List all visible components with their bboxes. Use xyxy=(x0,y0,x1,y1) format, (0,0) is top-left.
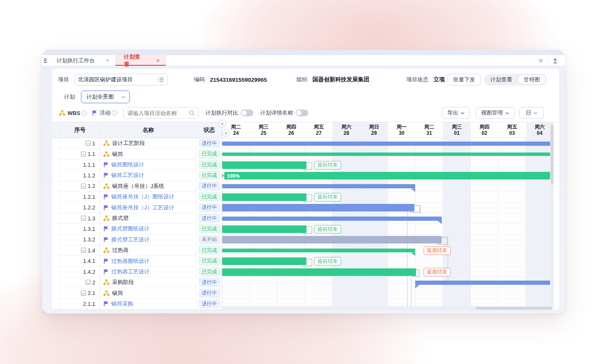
table-row[interactable]: 2.1.1锅筒采购进行中 xyxy=(52,299,222,309)
gantt-bar[interactable] xyxy=(222,217,442,221)
upload-icon[interactable] xyxy=(552,58,558,64)
search-icon[interactable] xyxy=(189,110,195,116)
row-name[interactable]: 采购阶段 xyxy=(112,278,134,286)
close-icon[interactable]: × xyxy=(106,57,109,64)
collapse-toggle-icon[interactable]: – xyxy=(86,141,91,146)
table-row[interactable]: 1.4.2过热器工艺设计已完成 xyxy=(52,267,222,277)
gantt-bar[interactable] xyxy=(222,153,551,156)
project-name-input[interactable] xyxy=(78,77,158,83)
table-row[interactable]: 1.2.2锅筒座吊挂（J）工艺设计进行中 xyxy=(52,202,222,213)
row-seq: 1.4 xyxy=(88,247,95,254)
gantt-bar[interactable] xyxy=(415,281,553,285)
collapse-toggle-icon[interactable]: – xyxy=(81,152,86,157)
tab-plan-view[interactable]: 计划查看 × xyxy=(115,55,166,66)
row-name[interactable]: 过热器工艺设计 xyxy=(111,268,150,276)
gantt-bar[interactable] xyxy=(222,268,416,276)
gantt-bar[interactable] xyxy=(222,142,553,146)
table-row[interactable]: 1.2.1锅筒座吊挂（J）图纸设计已完成 xyxy=(52,192,222,202)
table-row[interactable]: –2.1锅筒进行中 xyxy=(52,288,222,299)
plan-select[interactable]: 计划全景图 xyxy=(81,91,130,103)
vertical-scrollbar-thumb[interactable] xyxy=(551,125,553,184)
activity-search[interactable] xyxy=(124,107,199,119)
status-badge: 已完成 xyxy=(199,225,220,233)
row-name[interactable]: 锅筒图纸设计 xyxy=(111,161,144,169)
row-name[interactable]: 过热器 xyxy=(112,246,129,254)
table-row[interactable]: –1.1锅筒已完成 xyxy=(52,149,222,159)
gantt-bar[interactable] xyxy=(222,161,306,169)
tab-bar: 计划执行工作台 × 计划查看 × xyxy=(42,55,565,66)
horizontal-scrollbar-thumb[interactable] xyxy=(475,307,552,310)
gantt-bar[interactable]: 100% xyxy=(224,172,550,179)
horizontal-scrollbar[interactable] xyxy=(222,306,553,310)
chevron-double-down-icon[interactable] xyxy=(538,58,543,63)
gantt-bar[interactable] xyxy=(222,193,306,201)
table-row[interactable]: –2采购阶段进行中 xyxy=(52,277,222,288)
row-name[interactable]: 锅筒采购 xyxy=(111,300,133,308)
gantt-bar[interactable] xyxy=(222,257,306,265)
time-scale-button[interactable]: 日 xyxy=(519,107,544,119)
gantt-bar[interactable] xyxy=(222,249,415,252)
table-row[interactable]: 1.3.2膜式壁工艺设计未开始 xyxy=(52,235,222,245)
bar-continues-arrow xyxy=(222,173,224,178)
table-row[interactable]: –2.2锅筒座（吊挂）进行中 xyxy=(52,310,222,310)
gantt-bar[interactable] xyxy=(222,236,442,244)
info-icon[interactable]: i xyxy=(81,110,87,116)
row-name[interactable]: 膜式壁 xyxy=(112,214,129,222)
view-switch-plan-view[interactable]: 计划查看 xyxy=(485,75,518,85)
row-seq-cell: 1.3.1 xyxy=(60,224,100,234)
table-row[interactable]: 1.1.1锅筒图纸设计已完成 xyxy=(52,160,222,170)
row-name[interactable]: 过热器图纸设计 xyxy=(111,257,150,265)
row-name[interactable]: 设计工艺阶段 xyxy=(112,139,145,147)
vertical-scrollbar[interactable] xyxy=(550,124,554,308)
table-row[interactable]: –1设计工艺阶段进行中 xyxy=(52,138,222,149)
gantt-bar[interactable] xyxy=(222,225,306,233)
collapse-toggle-icon[interactable]: – xyxy=(81,248,86,253)
status-badge: 已完成 xyxy=(199,268,220,276)
row-seq: 1.1 xyxy=(88,151,95,157)
collapse-toggle-icon[interactable]: – xyxy=(81,291,86,296)
collapse-toggle-icon[interactable]: – xyxy=(81,216,86,221)
compare-toggle[interactable] xyxy=(241,110,253,116)
collapse-toggle-icon[interactable]: – xyxy=(86,280,91,285)
row-gutter-cell xyxy=(52,149,60,159)
row-name[interactable]: 膜式壁图纸设计 xyxy=(111,225,150,233)
row-name[interactable]: 锅筒 xyxy=(112,289,123,297)
row-name[interactable]: 锅筒座吊挂（J）图纸设计 xyxy=(111,193,175,201)
table-row[interactable]: 1.3.1膜式壁图纸设计已完成 xyxy=(52,224,222,234)
collapse-left-icon[interactable]: « xyxy=(218,120,226,127)
info-icon[interactable]: i xyxy=(112,110,117,116)
search-input[interactable] xyxy=(127,110,189,116)
view-manage-button[interactable]: 视图管理 xyxy=(475,107,515,119)
row-name[interactable]: 锅筒工艺设计 xyxy=(111,171,144,179)
batch-issue-button[interactable]: 批量下发 xyxy=(448,74,481,86)
project-status-label: 项目状态 xyxy=(406,76,428,83)
gantt-early-finish-badge: 提前结束 xyxy=(314,161,341,169)
list-select-icon[interactable] xyxy=(158,77,164,82)
project-select[interactable] xyxy=(74,74,168,86)
expand-right-icon[interactable]: » xyxy=(222,129,230,136)
gantt-bar[interactable] xyxy=(222,184,415,188)
view-switch-gantt[interactable]: 甘特图 xyxy=(518,75,546,85)
table-row[interactable]: –1.4过热器已完成 xyxy=(52,245,222,256)
activity-icon xyxy=(103,194,109,200)
table-header: 序号 名称 状态 xyxy=(52,122,222,138)
row-name-cell: 锅筒采购 xyxy=(100,299,197,309)
gantt-bar[interactable] xyxy=(222,204,414,211)
table-row[interactable]: 1.4.1过热器图纸设计已完成 xyxy=(52,256,222,266)
row-name[interactable]: 锅筒座（吊挂）J系统 xyxy=(112,182,164,190)
table-row[interactable]: –1.3膜式壁进行中 xyxy=(52,213,222,224)
export-button[interactable]: 导出 xyxy=(442,107,470,119)
row-name-cell: 采购阶段 xyxy=(100,277,197,287)
row-name[interactable]: 膜式壁工艺设计 xyxy=(111,236,150,244)
table-row[interactable]: –1.2锅筒座（吊挂）J系统进行中 xyxy=(52,181,222,192)
row-name[interactable]: 锅筒 xyxy=(112,150,123,158)
detail-toggle[interactable] xyxy=(295,110,308,116)
close-icon[interactable]: × xyxy=(156,57,160,64)
collapse-toggle-icon[interactable]: – xyxy=(81,184,86,189)
row-name-cell: 锅筒 xyxy=(100,288,197,298)
row-name-cell: 锅筒工艺设计 xyxy=(100,170,197,180)
row-name[interactable]: 锅筒座吊挂（J）工艺设计 xyxy=(111,204,175,211)
table-row[interactable]: 1.1.2锅筒工艺设计已完成 xyxy=(52,170,222,181)
row-seq-cell: –1.1 xyxy=(60,149,100,159)
tab-plan-workbench[interactable]: 计划执行工作台 × xyxy=(48,55,115,66)
